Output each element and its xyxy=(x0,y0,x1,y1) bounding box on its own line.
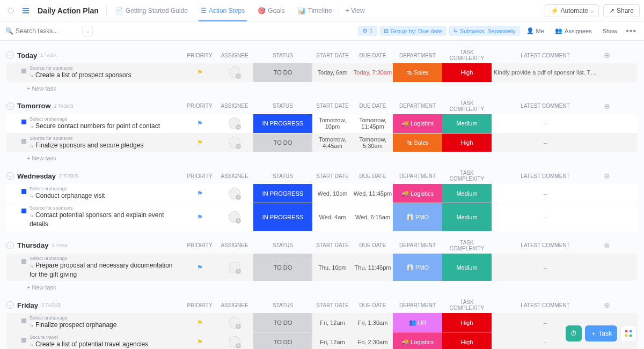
complexity-cell[interactable]: High xyxy=(442,133,492,152)
complexity-cell[interactable]: Medium xyxy=(442,114,492,133)
priority-cell[interactable]: ⚑ xyxy=(184,332,216,349)
col-priority[interactable]: PRIORITY xyxy=(184,103,216,109)
col-start-date[interactable]: START DATE xyxy=(312,53,353,58)
task-row[interactable]: Select orphanage ↳Prepare proposal and n… xyxy=(6,254,638,281)
col-priority[interactable]: PRIORITY xyxy=(184,242,216,248)
department-cell[interactable]: 🛍Sales xyxy=(393,133,442,152)
comment-cell[interactable]: – xyxy=(492,118,599,129)
assignees-chip[interactable]: 👥Assignees xyxy=(551,26,596,36)
show-chip[interactable]: Show xyxy=(598,26,622,36)
due-date-cell[interactable]: Today, 7:30am xyxy=(353,63,393,82)
col-status[interactable]: STATUS xyxy=(253,173,312,179)
col-department[interactable]: DEPARTMENT xyxy=(393,53,442,58)
assignee-cell[interactable] xyxy=(216,332,253,349)
task-title[interactable]: Conduct orphanage visit xyxy=(35,192,105,199)
tab-action-steps[interactable]: ☰Action Steps xyxy=(194,0,251,21)
col-due-date[interactable]: DUE DATE xyxy=(353,53,393,58)
complexity-cell[interactable]: Medium xyxy=(442,184,492,203)
start-date-cell[interactable]: Tomorrow, 10pm xyxy=(312,114,353,133)
start-date-cell[interactable]: Wed, 4am xyxy=(312,203,353,231)
col-start-date[interactable]: START DATE xyxy=(312,173,353,179)
status-square[interactable] xyxy=(21,189,26,194)
start-date-cell[interactable]: Fri, 12am xyxy=(312,313,353,332)
new-task-fab[interactable]: ＋Task xyxy=(585,325,617,341)
timer-fab[interactable]: ⏱ xyxy=(566,325,582,341)
department-cell[interactable]: 🚚Logistics xyxy=(393,114,442,133)
task-row[interactable]: Source for sponsors ↳Contact potential s… xyxy=(6,203,638,231)
status-square[interactable] xyxy=(21,69,26,73)
col-department[interactable]: DEPARTMENT xyxy=(393,103,442,109)
col-assignee[interactable]: ASSIGNEE xyxy=(216,302,253,308)
col-complexity[interactable]: TASK COMPLEXITY xyxy=(442,299,492,311)
chevron-down-icon[interactable]: ⌵ xyxy=(6,172,14,180)
task-title[interactable]: Contact potential sponsors and explain e… xyxy=(30,211,164,228)
me-chip[interactable]: 👤Me xyxy=(522,26,548,36)
col-status[interactable]: STATUS xyxy=(253,103,312,109)
status-square[interactable] xyxy=(21,120,26,124)
add-column-button[interactable]: ⊕ xyxy=(599,241,615,250)
task-title[interactable]: Finalize prospect orphanage xyxy=(35,321,116,329)
start-date-cell[interactable]: Wed, 10pm xyxy=(312,184,353,203)
col-status[interactable]: STATUS xyxy=(253,242,312,248)
col-complexity[interactable]: TASK COMPLEXITY xyxy=(442,240,492,251)
priority-cell[interactable]: ⚑ xyxy=(184,203,216,231)
col-assignee[interactable]: ASSIGNEE xyxy=(216,242,253,248)
status-square[interactable] xyxy=(21,139,26,144)
col-assignee[interactable]: ASSIGNEE xyxy=(216,53,253,58)
complexity-cell[interactable]: High xyxy=(442,63,492,82)
group-title-wrap[interactable]: ⌵ Today 1 TASK xyxy=(6,51,184,60)
complexity-cell[interactable]: Medium xyxy=(442,203,492,231)
department-cell[interactable]: 🛍Sales xyxy=(393,63,442,82)
col-department[interactable]: DEPARTMENT xyxy=(393,302,442,308)
assignee-cell[interactable] xyxy=(216,184,253,203)
status-square[interactable] xyxy=(21,209,26,213)
status-square[interactable] xyxy=(21,259,26,264)
task-row[interactable]: Select orphanage ↳Conduct orphanage visi… xyxy=(6,184,638,203)
col-priority[interactable]: PRIORITY xyxy=(184,302,216,308)
comment-cell[interactable]: – xyxy=(492,212,599,222)
task-row[interactable]: Source for sponsors ↳Create a list of pr… xyxy=(6,63,638,82)
status-cell[interactable]: TO DO xyxy=(253,254,312,281)
add-view-button[interactable]: + View xyxy=(339,0,371,21)
status-square[interactable] xyxy=(21,338,26,343)
status-cell[interactable]: TO DO xyxy=(253,63,312,82)
groupby-chip[interactable]: ⊞Group by: Due date xyxy=(379,26,447,36)
assignee-cell[interactable] xyxy=(216,254,253,281)
task-row[interactable]: Select orphanage ↳Secure contact numbers… xyxy=(6,114,638,133)
add-column-button[interactable]: ⊕ xyxy=(599,102,615,110)
chevron-down-icon[interactable]: ⌵ xyxy=(6,102,14,110)
priority-cell[interactable]: ⚑ xyxy=(184,114,216,133)
apps-fab[interactable] xyxy=(620,325,636,341)
chevron-down-icon[interactable]: ⌵ xyxy=(6,51,14,59)
task-row[interactable]: Select orphanage ↳Finalize prospect orph… xyxy=(6,313,638,332)
complexity-cell[interactable]: Medium xyxy=(442,254,492,281)
priority-cell[interactable]: ⚑ xyxy=(184,133,216,152)
assignee-cell[interactable] xyxy=(216,114,253,133)
col-status[interactable]: STATUS xyxy=(253,53,312,58)
col-priority[interactable]: PRIORITY xyxy=(184,53,216,58)
start-date-cell[interactable]: Tomorrow, 4:45am xyxy=(312,133,353,152)
col-complexity[interactable]: TASK COMPLEXITY xyxy=(442,49,492,61)
group-title-wrap[interactable]: ⌵ Wednesday 2 TASKS xyxy=(6,172,184,180)
assignee-cell[interactable] xyxy=(216,63,253,82)
status-cell[interactable]: TO DO xyxy=(253,313,312,332)
group-title-wrap[interactable]: ⌵ Thursday 1 TASK xyxy=(6,241,184,249)
tab-timeline[interactable]: 📊Timeline xyxy=(291,0,339,21)
department-cell[interactable]: 🚚Logistics xyxy=(393,184,442,203)
complexity-cell[interactable]: High xyxy=(442,313,492,332)
status-cell[interactable]: TO DO xyxy=(253,332,312,349)
col-due-date[interactable]: DUE DATE xyxy=(353,103,393,109)
group-title-wrap[interactable]: ⌵ Tomorrow 2 TASKS xyxy=(6,102,184,110)
col-due-date[interactable]: DUE DATE xyxy=(353,242,393,248)
col-comment[interactable]: LATEST COMMENT xyxy=(492,242,599,248)
start-date-cell[interactable]: Today, 6am xyxy=(312,63,353,82)
col-assignee[interactable]: ASSIGNEE xyxy=(216,103,253,109)
automate-button[interactable]: ⚡Automate⌵ xyxy=(545,4,599,17)
department-cell[interactable]: 👔PMO xyxy=(393,254,442,281)
col-due-date[interactable]: DUE DATE xyxy=(353,173,393,179)
due-date-cell[interactable]: Wed, 6:15am xyxy=(353,203,393,231)
assignee-cell[interactable] xyxy=(216,133,253,152)
department-cell[interactable]: 👥HR xyxy=(393,313,442,332)
add-column-button[interactable]: ⊕ xyxy=(599,172,615,180)
complexity-cell[interactable]: High xyxy=(442,332,492,349)
